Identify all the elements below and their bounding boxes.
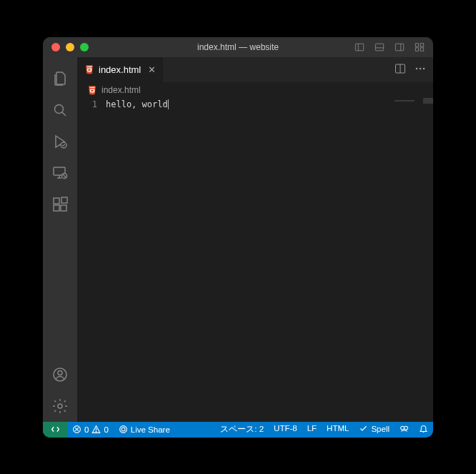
svg-point-10	[55, 104, 64, 113]
html5-file-icon	[84, 64, 94, 74]
feedback-icon[interactable]	[395, 424, 414, 433]
indentation-indicator[interactable]: スペース: 2	[215, 424, 269, 435]
svg-point-35	[119, 426, 127, 433]
titlebar-right-controls	[354, 42, 425, 52]
remote-explorer-icon[interactable]	[43, 157, 77, 189]
search-icon[interactable]	[43, 94, 77, 126]
svg-rect-21	[61, 197, 67, 203]
toggle-sidebar-icon[interactable]	[395, 42, 405, 52]
minimap-viewport[interactable]	[423, 98, 433, 104]
svg-rect-19	[54, 205, 59, 211]
more-actions-icon[interactable]	[415, 63, 426, 76]
svg-point-28	[420, 67, 422, 69]
svg-rect-0	[355, 44, 363, 51]
line-number: 1	[77, 99, 97, 109]
svg-point-23	[58, 370, 62, 375]
settings-gear-icon[interactable]	[43, 390, 77, 422]
eol-label: LF	[307, 424, 317, 433]
svg-point-34	[96, 431, 96, 432]
svg-rect-7	[420, 43, 423, 46]
breadcrumb[interactable]: index.html	[77, 82, 433, 98]
accounts-icon[interactable]	[43, 359, 77, 390]
tab-index-html[interactable]: index.html ✕	[77, 57, 164, 82]
svg-rect-20	[61, 205, 66, 211]
tab-label: index.html	[99, 64, 141, 75]
html5-file-icon	[87, 85, 97, 95]
notifications-icon[interactable]	[414, 424, 433, 433]
window-controls	[51, 43, 89, 51]
close-window-button[interactable]	[51, 43, 60, 51]
live-share-label: Live Share	[131, 425, 170, 434]
svg-rect-18	[54, 198, 59, 204]
error-count: 0	[84, 425, 89, 434]
customize-layout-icon[interactable]	[415, 42, 425, 52]
tab-close-icon[interactable]: ✕	[148, 64, 156, 75]
run-debug-icon[interactable]	[43, 126, 77, 157]
text-editor[interactable]: 1 hello, world	[77, 98, 433, 422]
line-number-gutter: 1	[77, 98, 106, 422]
text-cursor	[168, 99, 169, 109]
spell-check-indicator[interactable]: Spell	[354, 424, 395, 433]
split-editor-icon[interactable]	[395, 63, 406, 76]
activity-bar	[43, 57, 77, 422]
tab-bar: index.html ✕	[77, 57, 433, 82]
svg-rect-6	[415, 43, 418, 46]
svg-point-24	[58, 404, 62, 408]
language-mode-indicator[interactable]: HTML	[322, 424, 354, 433]
svg-rect-2	[375, 44, 383, 51]
svg-rect-9	[420, 47, 423, 50]
titlebar: index.html — website	[43, 37, 433, 57]
warning-count: 0	[104, 425, 108, 434]
svg-rect-8	[415, 47, 418, 50]
encoding-label: UTF-8	[274, 424, 297, 433]
vscode-window: index.html — website	[43, 37, 433, 438]
svg-line-11	[62, 112, 66, 116]
spell-label: Spell	[371, 425, 390, 433]
workbench-body: index.html ✕ index.html	[43, 57, 433, 422]
status-bar: 0 0 Live Share スペース: 2 UTF-8 LF HTML Spe…	[43, 422, 433, 438]
extensions-icon[interactable]	[43, 189, 77, 220]
indent-label: スペース: 2	[220, 424, 264, 435]
eol-indicator[interactable]: LF	[302, 424, 322, 433]
code-text: hello, world	[106, 99, 168, 109]
code-line[interactable]: hello, world	[106, 98, 169, 422]
svg-point-36	[401, 426, 405, 430]
editor-actions	[387, 57, 433, 82]
problems-indicator[interactable]: 0 0	[67, 422, 114, 438]
remote-indicator[interactable]	[43, 422, 67, 438]
fullscreen-window-button[interactable]	[80, 43, 89, 51]
toggle-panel-icon[interactable]	[354, 42, 365, 52]
live-share-button[interactable]: Live Share	[114, 422, 175, 438]
svg-rect-4	[395, 44, 403, 51]
encoding-indicator[interactable]: UTF-8	[269, 424, 302, 433]
language-label: HTML	[327, 424, 349, 433]
toggle-bottom-panel-icon[interactable]	[375, 42, 385, 52]
breadcrumb-filename: index.html	[101, 85, 141, 95]
explorer-icon[interactable]	[43, 63, 77, 94]
minimap[interactable]	[390, 98, 433, 422]
editor-group: index.html ✕ index.html	[77, 57, 433, 422]
svg-point-27	[416, 67, 418, 69]
minimap-content	[395, 100, 415, 102]
svg-point-37	[405, 426, 408, 430]
minimize-window-button[interactable]	[66, 43, 74, 51]
svg-point-29	[423, 67, 425, 69]
